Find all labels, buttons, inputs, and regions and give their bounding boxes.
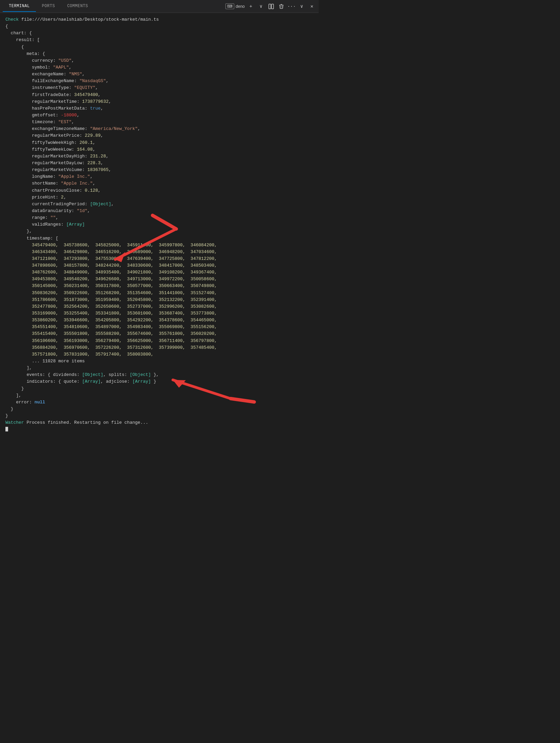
close-panel-icon[interactable]: ✕ [308,2,316,11]
line-ts-14: 355415400, 355501800, 355588200, 3556746… [5,330,313,337]
line-ts-15: 356106600, 356193000, 356279400, 3566250… [5,338,313,344]
line-ts-5: 348762600, 348849000, 348935400, 3490218… [5,269,313,276]
line-ts-8: 350836200, 350922600, 351268200, 3513546… [5,290,313,297]
line-symbol: symbol: "AAPL", [5,64,313,71]
line-range: range: "", [5,214,313,221]
line-hasprepost: hasPrePostMarketData: true, [5,105,313,112]
line-instrumenttype: instrumentType: "EQUITY", [5,84,313,91]
line-datagranularity: dataGranularity: "1d", [5,208,313,214]
line-timestamp: timestamp: [ [5,235,313,242]
line-root-close: } [5,413,313,419]
svg-rect-1 [272,4,274,9]
line-watcher: Watcher Process finished. Restarting on … [5,419,313,426]
line-inner-close: } [5,385,313,392]
line-fullexchangename: fullExchangeName: "NasdaqGS", [5,78,313,84]
split-editor-icon[interactable] [267,2,275,11]
line-firsttradedate: firstTradeDate: 345479400, [5,92,313,98]
tab-comments[interactable]: COMMENTS [61,1,94,12]
line-ts-12: 353860200, 353946600, 354205800, 3542922… [5,317,313,324]
line-ts-1: 345479400, 345738600, 345825000, 3459114… [5,242,313,249]
line-chart-close: } [5,406,313,413]
line-validranges: validRanges: [Array] [5,221,313,228]
tab-bar: TERMINAL PORTS COMMENTS ⌨ deno + ∨ ··· ∨… [0,0,319,13]
chevron-panel-icon[interactable]: ∨ [298,2,306,11]
line-meta-close: }, [5,228,313,235]
line-ts-11: 353169000, 353255400, 353341800, 3536010… [5,310,313,317]
line-regularmarketvolume: regularMarketVolume: 18367065, [5,167,313,173]
tab-ports[interactable]: PORTS [36,1,61,12]
line-regularmarketdayhigh: regularMarketDayHigh: 231.28, [5,153,313,160]
line-longname: longName: "Apple Inc.", [5,173,313,180]
line-fiftytwoweeklo: fiftyTwoWeekLow: 164.08, [5,146,313,153]
line-chartpreviousclose: chartPreviousClose: 0.128, [5,187,313,194]
line-exchangetimezonename: exchangeTimezoneName: "America/New_York"… [5,126,313,132]
line-ts-7: 350145000, 350231400, 350317800, 3505770… [5,283,313,289]
terminal-content[interactable]: Check file:///Users/naelshiab/Desktop/st… [0,13,319,437]
check-line: Check file:///Users/naelshiab/Desktop/st… [5,16,313,23]
line-fiftytwoweekhi: fiftyTwoWeekHigh: 260.1, [5,139,313,146]
line-regularmarketprice: regularMarketPrice: 229.89, [5,132,313,139]
line-result: result: [ [5,37,313,43]
line-ts-10: 352477800, 352564200, 352650600, 3527370… [5,303,313,310]
tab-terminal[interactable]: TERMINAL [3,1,36,12]
line-ts-9: 351786600, 351873000, 351959400, 3520458… [5,297,313,303]
trash-icon[interactable] [277,2,285,11]
deno-label: ⌨ deno [225,3,245,9]
line-ts-close: ], [5,365,313,372]
line-ts-6: 349453800, 349540200, 349626600, 3497130… [5,276,313,283]
deno-text: deno [236,4,245,9]
line-chart: chart: { [5,30,313,37]
line-meta: meta: { [5,51,313,57]
line-ts-3: 347121000, 347293800, 347553000, 3476394… [5,255,313,262]
line-ts-16: 356884200, 356970600, 357226200, 3573126… [5,344,313,351]
line-shortname: shortName: "Apple Inc.", [5,180,313,187]
line-open-brace: { [5,23,313,30]
line-events: events: { dividends: [Object], splits: [… [5,372,313,378]
tab-bar-right: ⌨ deno + ∨ ··· ∨ ✕ [225,2,316,11]
line-indicators: indicators: { quote: [Array], adjclose: … [5,378,313,385]
add-button[interactable]: + [247,2,255,11]
line-ts-4: 347898600, 348157800, 348244200, 3483306… [5,262,313,269]
line-regularmarkettime: regularMarketTime: 1738779632, [5,98,313,105]
line-ts-13: 354551400, 354810600, 354897000, 3549834… [5,324,313,330]
line-currenttradingperiod: currentTradingPeriod: [Object], [5,201,313,208]
line-open-bracket: { [5,44,313,51]
line-cursor: █ [5,426,313,433]
terminal-icon: ⌨ [225,3,234,9]
svg-rect-0 [269,4,271,9]
line-gmtoffset: gmtoffset: -18000, [5,112,313,119]
terminal-wrapper: Check file:///Users/naelshiab/Desktop/st… [0,13,319,437]
line-error: error: null [5,399,313,406]
tab-bar-left: TERMINAL PORTS COMMENTS [3,1,94,12]
more-options-icon[interactable]: ··· [287,2,296,11]
line-regularmarketdaylow: regularMarketDayLow: 228.3, [5,160,313,167]
line-result-close: ], [5,392,313,399]
line-pricehint: priceHint: 2, [5,194,313,201]
line-more-items: ... 11028 more items [5,358,313,365]
line-ts-17: 357571800, 357831000, 357917400, 3580038… [5,351,313,358]
line-currency: currency: "USD", [5,57,313,64]
line-timezone: timezone: "EST", [5,119,313,126]
chevron-down-icon[interactable]: ∨ [257,2,265,11]
line-ts-2: 346343400, 346429800, 346516200, 3466890… [5,249,313,255]
line-exchangename: exchangeName: "NMS", [5,71,313,78]
